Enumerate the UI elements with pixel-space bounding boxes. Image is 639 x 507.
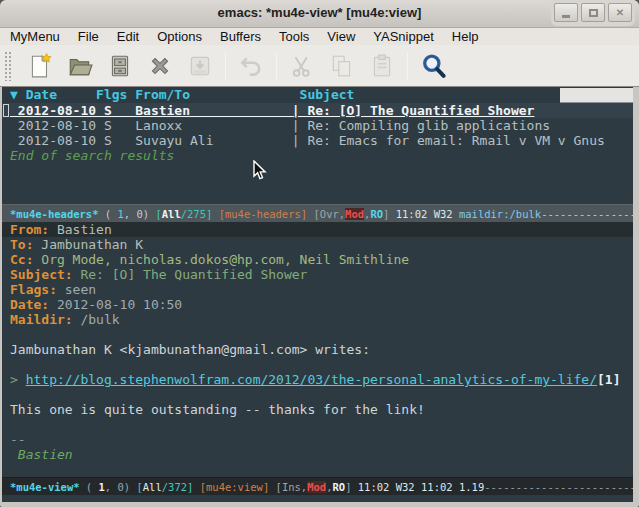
- message-row[interactable]: 2012-08-10 S Bastien | Re: [O] The Quant…: [10, 103, 534, 118]
- dired-button[interactable]: [105, 50, 135, 82]
- modeline-buffer-name: *mu4e-headers*: [10, 208, 99, 220]
- title-bar[interactable]: emacs: *mu4e-view* [mu4e:view] ✕: [0, 0, 639, 28]
- signature: Bastien: [10, 447, 73, 462]
- menu-bar: MyMenu File Edit Options Buffers Tools V…: [0, 28, 639, 45]
- field-cc: Cc: Org Mode, nicholas.dokos@hp.com, Nei…: [10, 252, 409, 267]
- toolbar-separator: [407, 52, 408, 80]
- field-from: From: Bastien: [10, 222, 112, 237]
- menu-item-help[interactable]: Help: [443, 28, 488, 45]
- modeline-maildir: maildir:/bulk: [459, 208, 541, 220]
- window-title: emacs: *mu4e-view* [mu4e:view]: [0, 5, 639, 20]
- menu-item-mymenu[interactable]: MyMenu: [0, 28, 69, 45]
- tool-bar: [0, 45, 639, 87]
- modeline-readonly-flag: RO: [332, 481, 345, 493]
- body-link[interactable]: http://blog.stephenwolfram.com/2012/03/t…: [26, 372, 597, 387]
- quoted-link-line: > http://blog.stephenwolfram.com/2012/03…: [10, 372, 621, 387]
- menu-item-edit[interactable]: Edit: [108, 28, 148, 45]
- comment-line: This one is quite outstanding -- thanks …: [10, 402, 425, 417]
- copy-button[interactable]: [327, 50, 357, 82]
- mouse-pointer: [253, 160, 267, 181]
- paste-button[interactable]: [367, 50, 397, 82]
- undo-icon: [238, 53, 264, 79]
- file-cabinet-icon: [107, 53, 133, 79]
- modeline-clock: 11:02 W32 11:02 1.19: [358, 481, 484, 493]
- menu-item-view[interactable]: View: [318, 28, 364, 45]
- link-footnote-ref: [1]: [597, 372, 620, 387]
- close-x-icon: [147, 53, 173, 79]
- maximize-icon: [589, 9, 598, 17]
- field-maildir: Maildir: /bulk: [10, 312, 120, 327]
- frame-border: ▼ Date Flgs From/To Subject 2012-08-10 S…: [0, 87, 639, 507]
- new-file-icon: [27, 53, 53, 79]
- kill-buffer-button[interactable]: [145, 50, 175, 82]
- field-date: Date: 2012-08-10 10:50: [10, 297, 182, 312]
- save-icon: [187, 53, 213, 79]
- undo-button[interactable]: [236, 50, 266, 82]
- copy-icon: [329, 53, 355, 79]
- menu-item-options[interactable]: Options: [148, 28, 211, 45]
- new-file-button[interactable]: [25, 50, 55, 82]
- mode-line-headers[interactable]: *mu4e-headers* ( 1, 0) [All/275] [mu4e-h…: [2, 204, 633, 222]
- modeline-modified-flag: Mod: [345, 208, 364, 220]
- end-of-search-results: End of search results: [10, 148, 174, 163]
- search-button[interactable]: [418, 50, 448, 82]
- paste-icon: [369, 53, 395, 79]
- search-icon: [420, 52, 447, 79]
- window-controls: ✕: [551, 0, 635, 26]
- menu-item-file[interactable]: File: [69, 28, 108, 45]
- close-button[interactable]: ✕: [608, 3, 632, 22]
- menu-item-yasnippet[interactable]: YASnippet: [364, 28, 442, 45]
- mode-line-view[interactable]: *mu4e-view* ( 1, 0) [All/372] [mu4e:view…: [2, 477, 633, 495]
- modeline-buffer-name: *mu4e-view*: [10, 481, 80, 493]
- editor-area: ▼ Date Flgs From/To Subject 2012-08-10 S…: [2, 87, 633, 502]
- save-button[interactable]: [185, 50, 215, 82]
- modeline-modified-flag: Mod: [307, 481, 326, 493]
- open-folder-icon: [67, 53, 93, 79]
- echo-area: [2, 495, 633, 502]
- header-line-fill: [560, 88, 633, 103]
- toolbar-separator: [225, 52, 226, 80]
- modeline-readonly-flag: RO: [370, 208, 383, 220]
- signature-separator: --: [10, 432, 26, 447]
- quote-prefix: >: [10, 372, 26, 387]
- field-flags: Flags: seen: [10, 282, 96, 297]
- attribution-line: Jambunathan K <kjambunathan@gmail.com> w…: [10, 342, 370, 357]
- menu-item-buffers[interactable]: Buffers: [211, 28, 270, 45]
- hollow-cursor: [3, 104, 9, 117]
- field-to: To: Jambunathan K: [10, 237, 143, 252]
- field-subject: Subject: Re: [O] The Quantified Shower: [10, 267, 307, 282]
- message-row[interactable]: 2012-08-10 S Lanoxx | Re: Compiling glib…: [10, 118, 550, 133]
- minimize-button[interactable]: [554, 3, 578, 22]
- modeline-clock: 11:02 W32: [396, 208, 459, 220]
- modeline-major-mode: [mu4e-headers]: [219, 208, 308, 220]
- toolbar-separator: [276, 52, 277, 80]
- toolbar-grip[interactable]: [4, 51, 13, 81]
- headers-column-titles[interactable]: ▼ Date Flgs From/To Subject: [10, 87, 354, 103]
- close-icon: ✕: [616, 7, 624, 18]
- emacs-window: emacs: *mu4e-view* [mu4e:view] ✕ MyMenu …: [0, 0, 639, 507]
- cut-icon: [289, 53, 315, 79]
- maximize-button[interactable]: [581, 3, 605, 22]
- menu-item-tools[interactable]: Tools: [270, 28, 318, 45]
- message-row[interactable]: 2012-08-10 S Suvayu Ali | Re: Emacs for …: [10, 133, 605, 148]
- open-folder-button[interactable]: [65, 50, 95, 82]
- minimize-icon: [562, 15, 570, 18]
- cut-button[interactable]: [287, 50, 317, 82]
- modeline-major-mode: [mu4e:view]: [200, 481, 270, 493]
